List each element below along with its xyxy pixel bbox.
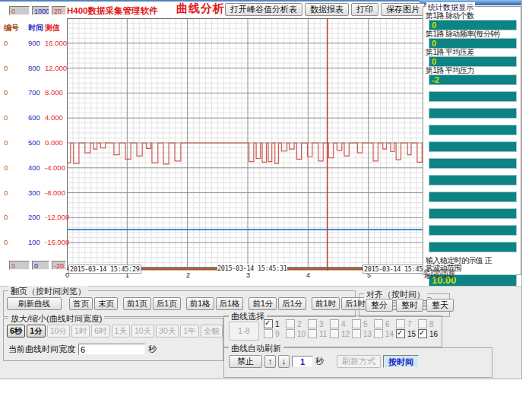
curve-checkbox[interactable]: 13 [352, 329, 374, 338]
curve-width-unit: 秒 [148, 344, 157, 355]
curve-checkbox-label: 8 [429, 320, 434, 328]
curve-checkbox[interactable]: 9 [264, 329, 286, 338]
scale-row-value: -12.000 [45, 213, 69, 221]
app-window: 0100020 H400数据采集管理软件 曲线分析 打开峰谷值分析表数据报表打印… [0, 0, 522, 379]
range-1-8-button[interactable]: 1-8 [229, 322, 259, 341]
curve-checkbox[interactable]: 4 [330, 319, 352, 328]
curve-checkbox[interactable]: 11 [308, 329, 330, 338]
scale-row-no: 0 [4, 113, 8, 122]
paging-button[interactable]: 末页 [94, 297, 118, 310]
auto-refresh-row: 禁止 ↑ ↓ 秒 刷新方式 按时间 [229, 355, 419, 368]
toolbar-button[interactable]: 打开峰谷值分析表 [225, 3, 302, 16]
zoom-button[interactable]: 30天 [156, 325, 179, 338]
zoom-button[interactable]: 1年 [180, 325, 198, 338]
curve-checkbox-label: 5 [363, 320, 368, 328]
curve-checkbox[interactable]: 16 [418, 329, 440, 338]
align-group: 对齐（按时间） 整分整时整天 [359, 293, 450, 317]
zoom-button[interactable]: 1天 [112, 325, 130, 338]
curve-checkbox[interactable]: 3 [308, 319, 330, 328]
paging-button[interactable]: 前1格 [186, 297, 214, 310]
interval-up-button[interactable]: ↑ [264, 355, 276, 368]
x-tick-label: 2 [186, 271, 190, 279]
curve-checkbox[interactable]: 10 [286, 329, 308, 338]
curve-checkbox[interactable]: 1 [264, 319, 286, 328]
align-button[interactable]: 整天 [426, 299, 454, 312]
checkbox-icon [286, 329, 295, 338]
paging-button[interactable]: 后1格 [216, 297, 244, 310]
arrow-down-icon: ↓ [282, 357, 287, 366]
scale-row-no: 0 [4, 238, 8, 246]
align-button[interactable]: 整时 [396, 299, 423, 312]
checkbox-icon [264, 319, 273, 328]
curve-checkbox[interactable]: 6 [374, 319, 396, 328]
scale-top-box: 0 [9, 6, 30, 15]
curve-checkbox[interactable]: 7 [396, 319, 418, 328]
scale-row-no: 0 [4, 163, 8, 172]
stat-empty-box [429, 225, 517, 236]
paging-button[interactable]: 首页 [69, 297, 93, 310]
scale-bottom-box: -20 [52, 261, 66, 270]
curve-checkbox[interactable]: 12 [330, 329, 352, 338]
curve-checkbox-label: 4 [341, 320, 346, 328]
scale-row-time: 100 [28, 238, 40, 246]
paging-button[interactable]: 前1分 [249, 297, 277, 310]
curve-checkbox[interactable]: 2 [286, 319, 308, 328]
zoom-button[interactable]: 1分 [27, 325, 45, 338]
refresh-mode-value[interactable]: 按时间 [383, 355, 419, 368]
curve-checkbox-label: 12 [341, 330, 350, 338]
scale-row-value: 8.000 [45, 88, 63, 97]
paging-button[interactable]: 前1时 [312, 297, 340, 310]
curve-checkbox-label: 15 [407, 330, 416, 338]
scale-row-value: 4.000 [45, 113, 63, 122]
curve-checkbox-label: 7 [407, 320, 412, 328]
checkbox-icon [308, 319, 317, 328]
stat-label: 第1路 脉动频率(每分钟) [426, 30, 518, 37]
stat-value: 0 [429, 38, 517, 49]
paging-button[interactable]: 后1分 [278, 297, 306, 310]
align-button[interactable]: 整分 [366, 299, 393, 312]
scale-header: 编号 [4, 23, 19, 33]
paging-button[interactable]: 刷新曲线 [7, 297, 62, 310]
zoom-button[interactable]: 10天 [131, 325, 154, 338]
scale-bottom-box: 0 [32, 261, 49, 270]
scale-row-no: 0 [4, 64, 8, 72]
scale-row-time: 700 [28, 88, 40, 97]
stat-empty-box [429, 125, 517, 135]
curve-checkbox[interactable]: 15 [396, 329, 418, 338]
zoom-button[interactable]: 10分 [47, 325, 70, 338]
zoom-button[interactable]: 6时 [91, 325, 109, 338]
toolbar-button[interactable]: 数据报表 [305, 3, 349, 16]
curve-checkbox[interactable]: 5 [352, 319, 374, 328]
checkbox-icon [418, 329, 427, 338]
zoom-button[interactable]: 1时 [71, 325, 90, 338]
paging-button[interactable]: 前1页 [123, 297, 151, 310]
curve-width-input[interactable] [78, 344, 145, 355]
zoom-button[interactable]: 6秒 [7, 325, 25, 338]
stat-empty-box [429, 175, 517, 185]
zoom-buttons: 6秒1分10分1时6时1天10天30天1年全貌 [7, 325, 223, 338]
refresh-stop-button[interactable]: 禁止 [229, 355, 262, 368]
curve-checkbox-label: 16 [429, 330, 438, 338]
refresh-mode-button[interactable]: 刷新方式 [337, 355, 381, 368]
scale-row-time: 400 [28, 163, 40, 172]
x-tick-label: 3 [246, 271, 250, 279]
interval-down-button[interactable]: ↓ [278, 355, 290, 368]
checkbox-icon [352, 329, 361, 338]
curve-checkbox[interactable]: 14 [374, 329, 396, 338]
scale-row-time: 900 [28, 39, 40, 47]
toolbar-button[interactable]: 打印 [351, 3, 378, 16]
curve-checkbox[interactable]: 8 [418, 319, 440, 328]
stats-panel: 统计数据显示 第1路 脉动个数0第1路 脉动频率(每分钟)0第1路 平均压差0第… [423, 6, 521, 275]
zoom-button[interactable]: 全貌 [201, 325, 223, 338]
align-buttons: 整分整时整天 [366, 299, 454, 312]
curve-checkbox-label: 2 [297, 320, 302, 328]
toolbar-button[interactable]: 保存图片 [381, 3, 425, 16]
scale-row-time: 500 [28, 138, 40, 147]
curve-checkbox-label: 6 [385, 320, 390, 328]
checkbox-icon [264, 329, 273, 338]
paging-button[interactable]: 后1页 [153, 297, 181, 310]
curve-chart[interactable] [67, 18, 429, 271]
scale-row-value: -4.000 [45, 163, 65, 172]
scale-row-time: 200 [28, 213, 40, 221]
refresh-interval-input[interactable] [292, 356, 313, 367]
